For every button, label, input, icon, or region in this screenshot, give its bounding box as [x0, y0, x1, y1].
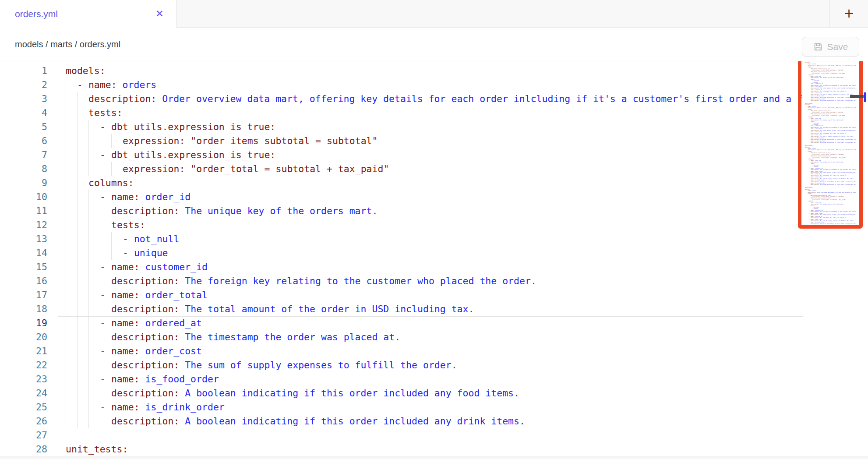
- line-number[interactable]: 5: [0, 120, 47, 134]
- line-number[interactable]: 21: [0, 344, 47, 358]
- tab-bar-empty-area: [176, 0, 829, 28]
- code-line[interactable]: [66, 428, 803, 442]
- overview-ruler-cursor-marker: [850, 95, 864, 98]
- line-number[interactable]: 18: [0, 302, 47, 316]
- tab-bar: orders.yml ✕ +: [0, 0, 868, 28]
- close-icon[interactable]: ✕: [155, 9, 164, 19]
- new-tab-button[interactable]: +: [829, 0, 868, 28]
- code-line[interactable]: - name: order_total: [66, 288, 803, 302]
- code-line[interactable]: - name: is_food_order: [66, 372, 803, 386]
- line-number[interactable]: 14: [0, 246, 47, 260]
- code-line[interactable]: tests:: [66, 106, 803, 120]
- code-line[interactable]: - dbt_utils.expression_is_true:: [66, 120, 803, 134]
- code-line[interactable]: tests:: [66, 218, 803, 232]
- line-number[interactable]: 4: [0, 106, 47, 120]
- code-line[interactable]: models:: [66, 64, 803, 78]
- line-number[interactable]: 23: [0, 372, 47, 386]
- code-line[interactable]: description: A boolean indicating if thi…: [66, 414, 803, 428]
- line-number[interactable]: 12: [0, 218, 47, 232]
- code-line[interactable]: - name: customer_id: [66, 260, 803, 274]
- code-line[interactable]: expression: "order_total = subtotal + ta…: [66, 162, 803, 176]
- code-line[interactable]: description: The unique key of the order…: [66, 204, 803, 218]
- code-line[interactable]: - not_null: [66, 232, 803, 246]
- code-line[interactable]: unit_tests:: [66, 442, 803, 456]
- line-number[interactable]: 28: [0, 442, 47, 456]
- line-number[interactable]: 7: [0, 148, 47, 162]
- code-line[interactable]: columns:: [66, 176, 803, 190]
- save-button[interactable]: Save: [802, 37, 859, 57]
- line-number[interactable]: 1: [0, 64, 47, 78]
- line-number[interactable]: 19: [0, 316, 47, 330]
- code-line[interactable]: - name: ordered_at: [66, 316, 803, 330]
- save-button-label: Save: [827, 42, 848, 52]
- code-line[interactable]: description: The sum of supply expenses …: [66, 358, 803, 372]
- breadcrumb: models / marts / orders.yml: [0, 39, 120, 49]
- code-line[interactable]: - name: order_cost: [66, 344, 803, 358]
- minimap-content: models:- name: ordersdescription: Order …: [803, 61, 856, 225]
- minimap[interactable]: models:- name: ordersdescription: Order …: [803, 61, 856, 459]
- code-line[interactable]: - unique: [66, 246, 803, 260]
- line-number[interactable]: 2: [0, 78, 47, 92]
- plus-icon: +: [844, 6, 854, 21]
- line-number[interactable]: 8: [0, 162, 47, 176]
- line-number[interactable]: 3: [0, 92, 47, 106]
- code-line[interactable]: - name: order_id: [66, 190, 803, 204]
- overview-ruler-cursor-tick: [864, 92, 866, 102]
- code-line[interactable]: - dbt_utils.expression_is_true:: [66, 148, 803, 162]
- line-number[interactable]: 26: [0, 414, 47, 428]
- line-number[interactable]: 25: [0, 400, 47, 414]
- code-line[interactable]: description: Order overview data mart, o…: [66, 92, 803, 106]
- line-number[interactable]: 10: [0, 190, 47, 204]
- line-number[interactable]: 20: [0, 330, 47, 344]
- code-line[interactable]: description: The timestamp the order was…: [66, 330, 803, 344]
- code-line[interactable]: - name: orders: [66, 78, 803, 92]
- line-number[interactable]: 24: [0, 386, 47, 400]
- line-number[interactable]: 13: [0, 232, 47, 246]
- line-number[interactable]: 17: [0, 288, 47, 302]
- code-editor[interactable]: 1234567891011121314151617181920212223242…: [0, 61, 868, 459]
- code-content[interactable]: models:- name: ordersdescription: Order …: [66, 64, 803, 456]
- horizontal-scrollbar[interactable]: [0, 456, 868, 459]
- code-line[interactable]: - name: is_drink_order: [66, 400, 803, 414]
- code-line[interactable]: expression: "order_items_subtotal = subt…: [66, 134, 803, 148]
- line-number[interactable]: 6: [0, 134, 47, 148]
- line-number[interactable]: 16: [0, 274, 47, 288]
- tab-orders-yml[interactable]: orders.yml ✕: [0, 0, 176, 28]
- line-number[interactable]: 15: [0, 260, 47, 274]
- tab-label: orders.yml: [15, 9, 58, 19]
- code-line[interactable]: description: The foreign key relating to…: [66, 274, 803, 288]
- code-line[interactable]: description: The total amount of the ord…: [66, 302, 803, 316]
- line-number-gutter[interactable]: 1234567891011121314151617181920212223242…: [0, 64, 47, 456]
- file-header: models / marts / orders.yml Save: [0, 28, 868, 61]
- line-number[interactable]: 22: [0, 358, 47, 372]
- line-number[interactable]: 11: [0, 204, 47, 218]
- line-number[interactable]: 27: [0, 428, 47, 442]
- ide-window: orders.yml ✕ + models / marts / orders.y…: [0, 0, 868, 459]
- save-floppy-icon: [813, 42, 823, 52]
- code-line[interactable]: description: A boolean indicating if thi…: [66, 386, 803, 400]
- line-number[interactable]: 9: [0, 176, 47, 190]
